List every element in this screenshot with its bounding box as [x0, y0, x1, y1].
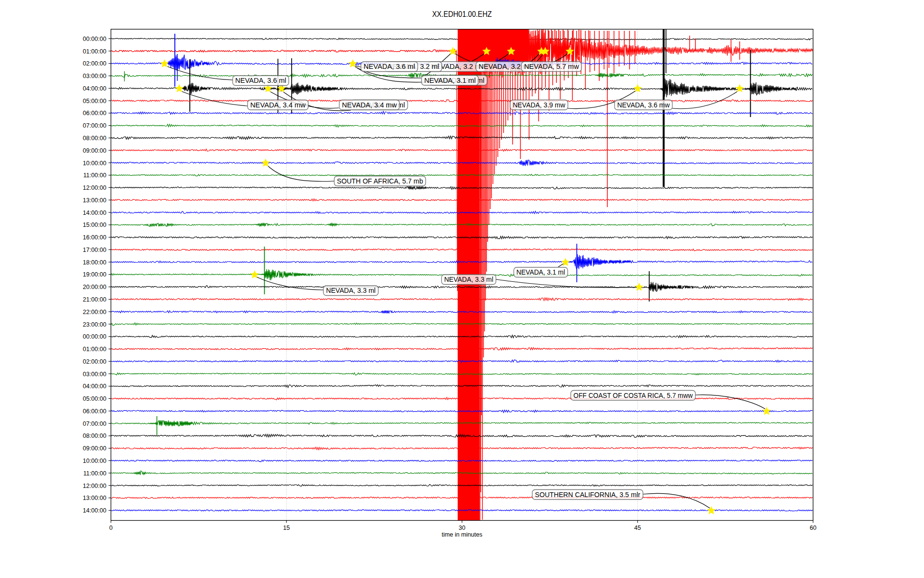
svg-text:XX.EDH01.00.EHZ: XX.EDH01.00.EHZ: [432, 10, 492, 18]
svg-text:05:00:00: 05:00:00: [83, 98, 106, 105]
svg-text:NEVADA, 3.9 mw: NEVADA, 3.9 mw: [513, 101, 565, 109]
svg-text:11:00:00: 11:00:00: [83, 172, 106, 179]
svg-text:14:00:00: 14:00:00: [83, 210, 106, 216]
svg-text:OFF COAST OF COSTA RICA, 5.7 m: OFF COAST OF COSTA RICA, 5.7 mww: [574, 392, 693, 399]
svg-text:60: 60: [809, 525, 816, 531]
svg-text:08:00:00: 08:00:00: [83, 433, 106, 439]
svg-text:0: 0: [109, 525, 113, 531]
svg-text:SOUTHERN CALIFORNIA, 3.5 mlr: SOUTHERN CALIFORNIA, 3.5 mlr: [535, 491, 641, 499]
svg-text:21:00:00: 21:00:00: [83, 296, 106, 303]
svg-text:03:00:00: 03:00:00: [83, 371, 106, 378]
svg-text:NEVADA, 3.6 mw: NEVADA, 3.6 mw: [617, 101, 670, 109]
svg-text:17:00:00: 17:00:00: [83, 247, 106, 253]
svg-text:05:00:00: 05:00:00: [83, 395, 106, 402]
svg-text:NEVADA, 3.3 ml: NEVADA, 3.3 ml: [326, 287, 376, 294]
svg-text:10:00:00: 10:00:00: [83, 160, 106, 167]
svg-text:04:00:00: 04:00:00: [83, 383, 106, 390]
svg-text:NEVADA, 5.7 mw: NEVADA, 5.7 mw: [524, 63, 579, 70]
svg-text:23:00:00: 23:00:00: [83, 321, 106, 328]
svg-text:NEVADA, 3.6 ml: NEVADA, 3.6 ml: [364, 63, 415, 70]
svg-text:12:00:00: 12:00:00: [83, 184, 106, 191]
svg-text:20:00:00: 20:00:00: [83, 284, 106, 290]
svg-text:NEVADA, 3.4 mw: NEVADA, 3.4 mw: [342, 101, 398, 109]
svg-text:15:00:00: 15:00:00: [83, 222, 106, 228]
svg-text:00:00:00: 00:00:00: [83, 36, 106, 42]
svg-text:18:00:00: 18:00:00: [83, 259, 106, 266]
svg-text:08:00:00: 08:00:00: [83, 135, 106, 142]
svg-text:SOUTH OF AFRICA, 5.7 mb: SOUTH OF AFRICA, 5.7 mb: [337, 177, 423, 185]
svg-text:16:00:00: 16:00:00: [83, 234, 106, 241]
svg-text:06:00:00: 06:00:00: [83, 110, 106, 117]
svg-text:19:00:00: 19:00:00: [83, 271, 106, 278]
svg-text:07:00:00: 07:00:00: [83, 420, 106, 427]
svg-text:15: 15: [283, 525, 290, 531]
svg-text:03:00:00: 03:00:00: [83, 73, 106, 79]
svg-text:01:00:00: 01:00:00: [83, 346, 106, 353]
svg-text:45: 45: [634, 525, 641, 531]
svg-text:09:00:00: 09:00:00: [83, 445, 106, 452]
svg-text:02:00:00: 02:00:00: [83, 60, 106, 67]
svg-text:04:00:00: 04:00:00: [83, 85, 106, 92]
svg-text:00:00:00: 00:00:00: [83, 333, 106, 340]
svg-text:NEVADA, 3.1 ml: NEVADA, 3.1 ml: [424, 77, 476, 84]
svg-text:NEVADA, 3.1 ml: NEVADA, 3.1 ml: [516, 268, 565, 276]
svg-text:30: 30: [459, 525, 465, 531]
svg-text:09:00:00: 09:00:00: [83, 147, 106, 154]
svg-text:NEVADA, 3.6 ml: NEVADA, 3.6 ml: [235, 77, 286, 84]
svg-text:NEVADA, 3.4 mw: NEVADA, 3.4 mw: [250, 101, 306, 109]
svg-text:10:00:00: 10:00:00: [83, 458, 106, 464]
svg-text:NEVADA, 3.3 ml: NEVADA, 3.3 ml: [444, 276, 493, 283]
svg-text:time in minutes: time in minutes: [442, 531, 483, 538]
svg-text:07:00:00: 07:00:00: [83, 122, 106, 129]
svg-text:02:00:00: 02:00:00: [83, 358, 106, 365]
svg-text:14:00:00: 14:00:00: [83, 507, 106, 514]
svg-text:01:00:00: 01:00:00: [83, 48, 106, 55]
svg-text:22:00:00: 22:00:00: [83, 309, 106, 315]
svg-text:13:00:00: 13:00:00: [83, 495, 106, 501]
svg-text:12:00:00: 12:00:00: [83, 483, 106, 489]
svg-text:11:00:00: 11:00:00: [83, 470, 106, 477]
svg-text:06:00:00: 06:00:00: [83, 408, 106, 415]
svg-text:13:00:00: 13:00:00: [83, 197, 106, 204]
